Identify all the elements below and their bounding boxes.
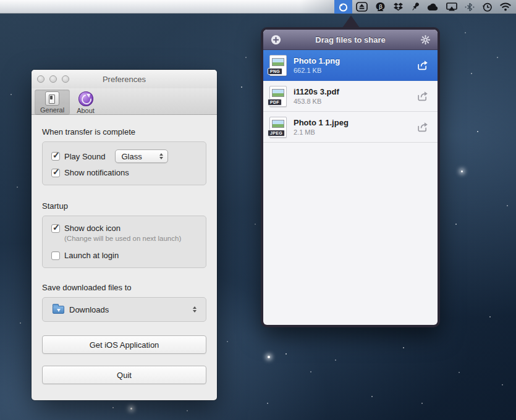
dropbox-icon [393,2,404,12]
jpeg-file-icon: JPEG [269,117,287,138]
dock-icon-note: (Change will be used on next launch) [64,235,198,242]
about-swirl-icon [78,91,93,106]
pin-menubar-icon[interactable] [407,0,423,14]
startup-group: ✓ Show dock icon (Change will be used on… [42,216,206,268]
show-notifications-row: ✓ Show notifications [51,168,198,177]
share-link-button[interactable] [417,60,430,71]
section-label-startup: Startup [42,201,206,211]
show-dock-icon-checkbox[interactable]: ✓ [51,224,60,233]
file-thumbnail [272,58,284,66]
file-meta: i1120s 3.pdf 453.8 KB [294,86,417,106]
get-ios-application-button[interactable]: Get iOS Application [42,335,206,354]
zoom-button[interactable] [62,75,69,83]
section-label-transfer-complete: When transfer is complete [42,127,206,136]
file-size: 453.8 KB [294,97,417,106]
launch-at-login-label: Launch at login [64,251,119,260]
dropbox-menubar-icon[interactable] [389,0,407,14]
share-popover-window: Drag files to share PNG [261,27,440,327]
beta-icon: β [375,2,386,12]
pdf-file-icon: PDF [269,86,287,107]
show-dock-icon-row: ✓ Show dock icon [51,224,198,233]
bluetooth-menubar-icon[interactable] [461,0,478,14]
launch-at-login-row: ✓ Launch at login [51,251,198,260]
close-button[interactable] [37,75,44,83]
file-name: i1120s 3.pdf [294,86,417,97]
add-file-button[interactable] [271,35,281,45]
checkmark: ✓ [53,150,60,160]
stepper-arrows-icon [158,153,165,159]
tab-general[interactable]: General [35,90,70,115]
tab-label: About [77,107,95,114]
quit-button[interactable]: Quit [42,366,206,384]
stepper-arrows-icon [191,306,198,313]
file-thumbnail [272,89,284,97]
file-type-badge: PNG [268,68,282,75]
airplay-icon [446,2,457,11]
downloads-folder-icon [53,306,64,314]
share-link-button[interactable] [417,122,430,133]
minimize-button[interactable] [49,75,57,83]
menu-bar-status-icons: β [334,0,515,14]
gear-icon[interactable] [421,35,430,44]
time-machine-icon [482,2,493,12]
bright-star [461,170,463,172]
file-row[interactable]: PNG Photo 1.png 662.1 KB [263,50,438,81]
bright-star [130,408,132,410]
section-label-save-to: Save downloaded files to [42,283,206,292]
file-name: Photo 1 1.jpeg [294,117,417,128]
checkmark: ✓ [53,222,60,232]
file-thumbnail [272,120,284,128]
play-sound-row: ✓ Play Sound Glass [51,149,198,163]
save-destination-select[interactable]: Downloads [42,297,206,322]
pushpin-icon [411,2,420,12]
menu-bar: β [0,0,516,14]
transfer-clock-icon [338,2,349,12]
cloud-menubar-icon[interactable] [423,0,442,14]
play-sound-checkbox[interactable]: ✓ [51,152,60,161]
preferences-window: Preferences General About When transfer … [32,70,217,400]
wifi-icon [500,2,511,11]
launch-at-login-checkbox[interactable]: ✓ [51,251,60,260]
window-title: Preferences [103,75,146,84]
cloud-icon [427,3,439,11]
show-dock-icon-label: Show dock icon [64,224,121,233]
save-destination-value: Downloads [69,305,191,314]
light-switch-icon [45,91,59,106]
tab-about[interactable]: About [71,90,100,116]
sound-select-value: Glass [122,152,158,161]
bright-star [268,356,270,358]
show-notifications-label: Show notifications [64,168,129,177]
file-row[interactable]: PDF i1120s 3.pdf 453.8 KB [263,81,438,112]
tab-label: General [40,106,64,114]
file-type-badge: JPEG [268,130,285,136]
file-size: 2.1 MB [294,128,417,136]
file-row[interactable]: JPEG Photo 1 1.jpeg 2.1 MB [263,112,438,143]
popover-arrow [342,15,360,28]
wifi-menubar-icon[interactable] [496,0,515,14]
transfer-complete-group: ✓ Play Sound Glass ✓ Show notifications [42,141,206,185]
checkmark: ✓ [53,167,60,177]
transfer-app-menubar-icon[interactable] [334,0,352,14]
popover-title: Drag files to share [315,35,385,44]
file-size: 662.1 KB [294,66,417,75]
airplay-menubar-icon[interactable] [442,0,461,14]
traffic-lights [37,75,69,83]
bluetooth-icon [465,2,475,12]
preferences-content: When transfer is complete ✓ Play Sound G… [32,115,217,384]
shared-files-list: PNG Photo 1.png 662.1 KB PDF [263,50,438,325]
png-file-icon: PNG [269,55,287,76]
file-type-badge: PDF [268,99,282,106]
eject-icon [356,2,368,12]
file-meta: Photo 1.png 662.1 KB [294,56,417,75]
eject-menubar-icon[interactable] [352,0,371,14]
play-sound-label: Play Sound [64,152,106,161]
share-link-button[interactable] [417,91,430,102]
file-meta: Photo 1 1.jpeg 2.1 MB [294,117,417,136]
time-machine-menubar-icon[interactable] [478,0,496,14]
popover-header: Drag files to share [263,30,438,50]
beta-menubar-icon[interactable]: β [371,0,389,14]
file-name: Photo 1.png [294,56,417,66]
title-bar: Preferences [32,70,217,88]
show-notifications-checkbox[interactable]: ✓ [51,169,60,177]
sound-select[interactable]: Glass [115,149,168,163]
